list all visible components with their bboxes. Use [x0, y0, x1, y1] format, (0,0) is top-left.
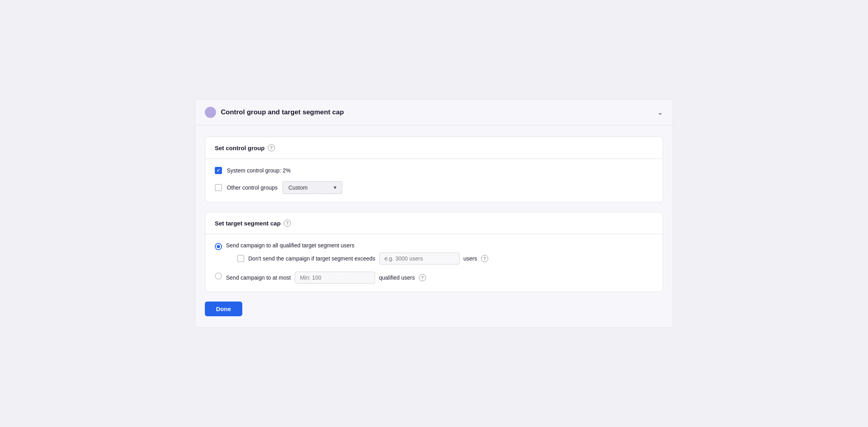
other-control-groups-row: Other control groups Custom Group A Grou… — [215, 181, 653, 194]
segment-exceeds-input[interactable] — [379, 253, 460, 264]
all-qualified-radio[interactable] — [215, 243, 222, 250]
system-control-group-row: System control group: 2% — [215, 167, 653, 174]
done-button[interactable]: Done — [205, 302, 242, 316]
atmost-radio[interactable] — [215, 272, 222, 280]
qualified-users-suffix: qualified users — [379, 274, 415, 281]
system-control-group-label: System control group: 2% — [227, 167, 291, 174]
atmost-label: Send campaign to at most — [226, 274, 291, 281]
atmost-row: Send campaign to at most qualified users… — [215, 272, 653, 284]
other-control-groups-checkbox[interactable] — [215, 184, 222, 191]
custom-dropdown-wrapper: Custom Group A Group B ▼ — [283, 181, 342, 194]
target-segment-title: Set target segment cap — [215, 220, 281, 227]
accordion-header-left: Control group and target segment cap — [205, 107, 344, 118]
target-segment-help-icon[interactable]: ? — [284, 219, 291, 227]
accordion-title: Control group and target segment cap — [221, 108, 344, 116]
system-control-group-checkbox[interactable] — [215, 167, 222, 174]
custom-dropdown[interactable]: Custom Group A Group B — [283, 181, 342, 194]
target-segment-body: Send campaign to all qualified target se… — [205, 234, 663, 292]
accordion-header[interactable]: Control group and target segment cap ⌄ — [195, 100, 673, 125]
accordion-body: Set control group ? System control group… — [195, 125, 673, 327]
all-qualified-label: Send campaign to all qualified target se… — [226, 242, 488, 249]
users-suffix: users — [463, 255, 477, 262]
control-group-help-icon[interactable]: ? — [268, 144, 275, 151]
atmost-help-icon[interactable]: ? — [419, 274, 426, 281]
exceeds-help-icon[interactable]: ? — [481, 255, 488, 262]
done-button-row: Done — [205, 302, 663, 316]
atmost-input[interactable] — [295, 272, 375, 284]
other-control-groups-label: Other control groups — [227, 184, 278, 191]
all-qualified-content: Send campaign to all qualified target se… — [226, 242, 488, 264]
dont-send-row: Don't send the campaign if target segmen… — [237, 253, 488, 264]
header-icon — [205, 107, 216, 118]
target-segment-section: Set target segment cap ? Send campaign t… — [205, 212, 663, 292]
chevron-down-icon: ⌄ — [657, 108, 663, 117]
control-group-body: System control group: 2% Other control g… — [205, 159, 663, 202]
main-container: Control group and target segment cap ⌄ S… — [195, 99, 673, 328]
dont-send-label: Don't send the campaign if target segmen… — [248, 255, 375, 262]
accordion: Control group and target segment cap ⌄ S… — [195, 99, 673, 328]
dont-send-checkbox[interactable] — [237, 255, 244, 262]
control-group-header: Set control group ? — [205, 137, 663, 159]
sub-checkbox-row: Don't send the campaign if target segmen… — [226, 253, 488, 264]
target-segment-header: Set target segment cap ? — [205, 212, 663, 234]
atmost-content: Send campaign to at most qualified users… — [226, 272, 426, 284]
control-group-title: Set control group — [215, 145, 265, 151]
control-group-section: Set control group ? System control group… — [205, 137, 663, 202]
all-qualified-row: Send campaign to all qualified target se… — [215, 242, 653, 264]
